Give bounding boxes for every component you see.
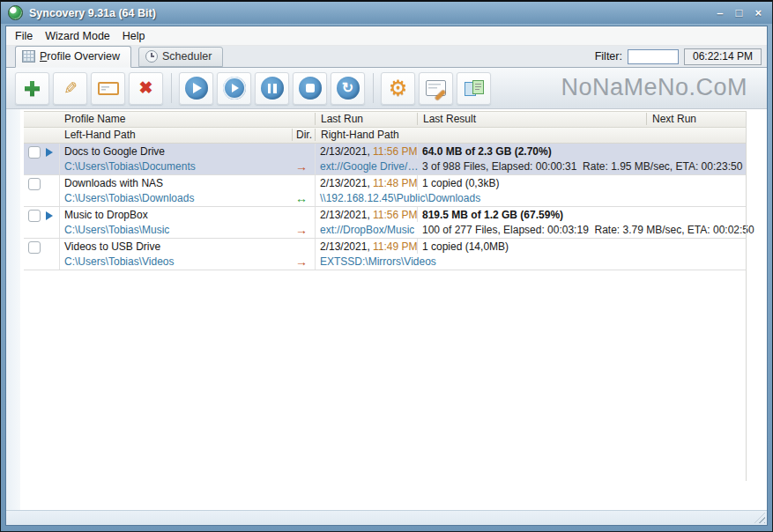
filter-label: Filter:: [595, 50, 622, 63]
tab-profile-overview-label: Profile Overview: [40, 50, 120, 63]
profile-row-music-to-dropbox[interactable]: Music to DropBox 2/13/2021, 11:56 PM 819…: [24, 207, 746, 239]
running-play-icon: [46, 211, 53, 220]
last-run: 2/13/2021, 11:49 PM: [320, 240, 418, 253]
profile-name: Downloads with NAS: [64, 177, 163, 189]
row-checkbox[interactable]: [28, 210, 41, 222]
tab-profile-overview[interactable]: Profile Overview: [15, 46, 131, 68]
left-hand-path: C:\Users\Tobias\Music: [64, 224, 169, 236]
profile-row-downloads-with-nas[interactable]: Downloads with NAS 2/13/2021, 11:48 PM 1…: [24, 175, 746, 207]
status-strip: [6, 510, 767, 525]
logs-button[interactable]: [419, 72, 453, 105]
restart-button[interactable]: ↻: [331, 72, 365, 105]
menubar: File Wizard Mode Help: [6, 26, 767, 46]
menu-help[interactable]: Help: [116, 28, 152, 44]
header-profile-name[interactable]: Profile Name: [24, 113, 355, 125]
window-frame: File Wizard Mode Help Profile Overview S…: [5, 26, 768, 526]
header-next-run[interactable]: Next Run: [646, 113, 752, 125]
stop-button[interactable]: [293, 72, 327, 105]
pause-icon: [261, 77, 284, 100]
tabstrip: Profile Overview Scheduler Filter: 06:22…: [6, 46, 767, 68]
settings-button[interactable]: ⚙: [381, 72, 415, 105]
tab-scheduler[interactable]: Scheduler: [138, 47, 223, 67]
edit-profile-button[interactable]: ✎: [53, 72, 87, 105]
run-selected-button[interactable]: [179, 72, 213, 105]
result-detail: 100 of 277 Files, Elapsed: 00:03:19 Rate…: [422, 224, 754, 236]
right-hand-path: ext://DropBox/Music: [320, 224, 414, 236]
profile-name: Music to DropBox: [64, 209, 148, 221]
header-last-result[interactable]: Last Result: [417, 113, 652, 125]
play-icon: [185, 77, 208, 100]
last-run: 2/13/2021, 11:48 PM: [320, 177, 418, 189]
direction-arrow-icon: →: [289, 159, 314, 174]
right-hand-path: EXTSSD:\Mirrors\Videos: [320, 255, 436, 268]
toolbar: ✎ ✖ ↻ ⚙ NoNaMeNo.CoM: [6, 68, 767, 109]
right-hand-path: \\192.168.12.45\Public\Downloads: [320, 192, 480, 204]
profile-row-docs-to-google-drive[interactable]: Docs to Google Drive 2/13/2021, 11:56 PM…: [24, 144, 746, 175]
last-run: 2/13/2021, 11:56 PM: [320, 209, 418, 221]
pencil-icon: ✎: [63, 81, 78, 96]
restart-icon: ↻: [337, 77, 360, 100]
right-hand-path: ext://Google Drive/Do...: [320, 160, 419, 173]
table-header-row-1: Profile Name Last Run Last Result Next R…: [24, 111, 746, 128]
titlebar: Syncovery 9.31a (64 Bit) – □ ×: [1, 2, 772, 24]
watermark-text: NoNaMeNo.CoM: [561, 74, 747, 101]
copy-sheets-icon: [465, 80, 484, 96]
toolbar-separator: [171, 73, 172, 103]
last-result: 1 copied (14,0MB): [422, 240, 509, 253]
profile-row-videos-to-usb-drive[interactable]: Videos to USB Drive 2/13/2021, 11:49 PM …: [24, 239, 746, 270]
copy-profiles-button[interactable]: [457, 72, 491, 105]
profile-name: Docs to Google Drive: [64, 145, 165, 158]
add-profile-button[interactable]: [15, 72, 49, 105]
run-attended-button[interactable]: [217, 72, 251, 105]
last-result: 819.5 MB of 1.2 GB (67.59%): [422, 209, 563, 221]
close-button[interactable]: ×: [754, 7, 762, 19]
rename-field-icon: [98, 82, 119, 95]
profile-overview-panel: Profile Name Last Run Last Result Next R…: [6, 109, 767, 510]
rename-profile-button[interactable]: [91, 72, 125, 105]
row-checkbox[interactable]: [28, 178, 41, 190]
menu-file[interactable]: File: [9, 28, 39, 44]
app-icon: [8, 5, 23, 20]
tab-scheduler-label: Scheduler: [162, 50, 212, 63]
left-hand-path: C:\Users\Tobias\Videos: [64, 255, 175, 268]
profile-grid-icon: [22, 50, 35, 63]
running-play-icon: [46, 148, 53, 157]
log-wrench-icon: [426, 80, 446, 96]
direction-arrow-icon: ↔: [289, 191, 314, 205]
resize-grip[interactable]: [754, 513, 765, 523]
table-header-row-2: Left-Hand Path Dir. Right-Hand Path: [24, 128, 746, 144]
gear-icon: ⚙: [389, 78, 408, 99]
filter-input[interactable]: [628, 49, 679, 64]
delete-profile-button[interactable]: ✖: [129, 72, 163, 105]
maximize-button[interactable]: □: [736, 7, 743, 19]
left-hand-path: C:\Users\Tobias\Documents: [64, 160, 196, 173]
direction-arrow-icon: →: [289, 255, 314, 269]
last-result: 1 copied (0,3kB): [422, 177, 499, 189]
result-detail: 3 of 988 Files, Elapsed: 00:00:31 Rate: …: [422, 160, 742, 173]
row-checkbox[interactable]: [28, 146, 41, 159]
profile-name: Videos to USB Drive: [64, 240, 160, 253]
plus-icon: [25, 81, 40, 96]
direction-arrow-icon: →: [289, 223, 314, 237]
profile-table: Profile Name Last Run Last Result Next R…: [24, 111, 746, 270]
left-hand-path: C:\Users\Tobias\Downloads: [64, 192, 194, 204]
stop-icon: [299, 77, 322, 100]
delete-x-icon: ✖: [139, 80, 153, 96]
pause-button[interactable]: [255, 72, 289, 105]
header-left-hand-path[interactable]: Left-Hand Path: [24, 129, 332, 141]
window-title: Syncovery 9.31a (64 Bit): [29, 7, 717, 19]
play-attended-icon: [223, 77, 246, 100]
last-result: 64.0 MB of 2.3 GB (2.70%): [422, 145, 552, 158]
toolbar-separator: [373, 73, 374, 103]
last-run: 2/13/2021, 11:56 PM: [320, 145, 418, 158]
table-right-edge: [746, 111, 747, 481]
menu-wizard-mode[interactable]: Wizard Mode: [39, 28, 116, 44]
clock-display: 06:22:14 PM: [684, 48, 762, 65]
scheduler-clock-icon: [145, 50, 158, 63]
row-checkbox[interactable]: [28, 241, 41, 254]
header-right-hand-path[interactable]: Right-Hand Path: [315, 129, 752, 141]
app-window: Syncovery 9.31a (64 Bit) – □ × File Wiza…: [0, 0, 773, 532]
minimize-button[interactable]: –: [717, 7, 723, 19]
header-last-run[interactable]: Last Run: [315, 113, 423, 125]
